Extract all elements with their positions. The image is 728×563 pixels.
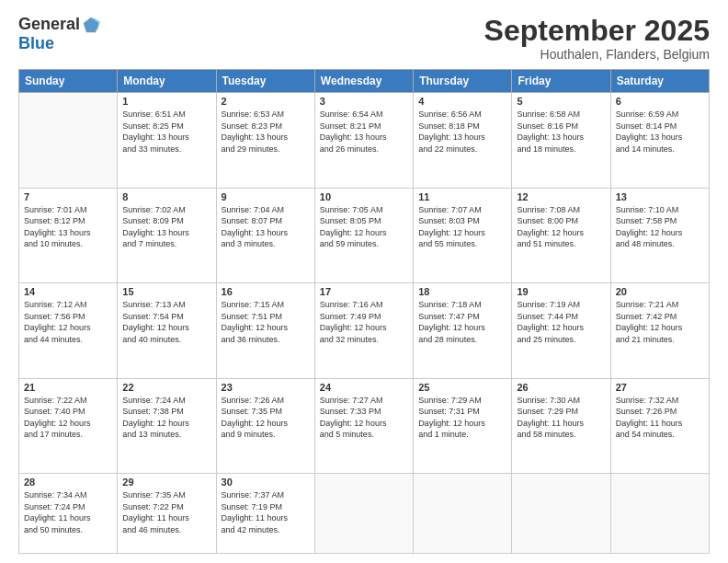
day-number: 27 bbox=[616, 382, 704, 393]
header: General Blue September 2025 Houthalen, F… bbox=[18, 15, 710, 62]
day-info: Sunrise: 7:24 AM Sunset: 7:38 PM Dayligh… bbox=[122, 395, 210, 441]
day-number: 10 bbox=[320, 191, 408, 202]
table-row: 2Sunrise: 6:53 AM Sunset: 8:23 PM Daylig… bbox=[216, 93, 314, 188]
day-number: 23 bbox=[222, 382, 310, 393]
table-row: 21Sunrise: 7:22 AM Sunset: 7:40 PM Dayli… bbox=[19, 378, 118, 473]
day-number: 24 bbox=[320, 382, 408, 393]
table-row: 26Sunrise: 7:30 AM Sunset: 7:29 PM Dayli… bbox=[512, 378, 610, 473]
day-info: Sunrise: 7:05 AM Sunset: 8:05 PM Dayligh… bbox=[320, 204, 408, 250]
col-monday: Monday bbox=[118, 70, 216, 93]
table-row: 25Sunrise: 7:29 AM Sunset: 7:31 PM Dayli… bbox=[414, 378, 512, 473]
logo-blue: Blue bbox=[18, 34, 54, 53]
day-info: Sunrise: 7:35 AM Sunset: 7:22 PM Dayligh… bbox=[122, 489, 210, 535]
table-row: 4Sunrise: 6:56 AM Sunset: 8:18 PM Daylig… bbox=[414, 93, 512, 188]
table-row: 30Sunrise: 7:37 AM Sunset: 7:19 PM Dayli… bbox=[216, 474, 314, 554]
table-row: 8Sunrise: 7:02 AM Sunset: 8:09 PM Daylig… bbox=[118, 188, 216, 282]
table-row: 22Sunrise: 7:24 AM Sunset: 7:38 PM Dayli… bbox=[118, 378, 216, 473]
table-row: 9Sunrise: 7:04 AM Sunset: 8:07 PM Daylig… bbox=[216, 188, 314, 282]
day-number: 2 bbox=[222, 96, 310, 107]
logo-icon bbox=[82, 16, 100, 34]
day-info: Sunrise: 7:34 AM Sunset: 7:24 PM Dayligh… bbox=[24, 489, 112, 535]
table-row: 14Sunrise: 7:12 AM Sunset: 7:56 PM Dayli… bbox=[19, 283, 118, 378]
subtitle: Houthalen, Flanders, Belgium bbox=[484, 47, 710, 62]
day-number: 9 bbox=[222, 191, 310, 202]
calendar-week-5: 28Sunrise: 7:34 AM Sunset: 7:24 PM Dayli… bbox=[19, 474, 710, 554]
day-number: 18 bbox=[418, 286, 506, 297]
day-number: 5 bbox=[517, 96, 605, 107]
table-row: 17Sunrise: 7:16 AM Sunset: 7:49 PM Dayli… bbox=[314, 283, 413, 378]
table-row: 29Sunrise: 7:35 AM Sunset: 7:22 PM Dayli… bbox=[118, 474, 216, 554]
table-row: 16Sunrise: 7:15 AM Sunset: 7:51 PM Dayli… bbox=[216, 283, 314, 378]
day-info: Sunrise: 7:19 AM Sunset: 7:44 PM Dayligh… bbox=[517, 299, 605, 345]
day-number: 14 bbox=[24, 286, 112, 297]
day-number: 13 bbox=[616, 191, 704, 202]
col-tuesday: Tuesday bbox=[216, 70, 314, 93]
day-info: Sunrise: 6:54 AM Sunset: 8:21 PM Dayligh… bbox=[320, 109, 408, 155]
day-number: 6 bbox=[616, 96, 704, 107]
title-block: September 2025 Houthalen, Flanders, Belg… bbox=[484, 15, 710, 62]
day-info: Sunrise: 7:32 AM Sunset: 7:26 PM Dayligh… bbox=[616, 395, 704, 441]
day-info: Sunrise: 7:04 AM Sunset: 8:07 PM Dayligh… bbox=[222, 204, 310, 250]
day-info: Sunrise: 7:12 AM Sunset: 7:56 PM Dayligh… bbox=[24, 299, 112, 345]
table-row: 11Sunrise: 7:07 AM Sunset: 8:03 PM Dayli… bbox=[414, 188, 512, 282]
day-info: Sunrise: 7:29 AM Sunset: 7:31 PM Dayligh… bbox=[418, 395, 506, 441]
table-row: 23Sunrise: 7:26 AM Sunset: 7:35 PM Dayli… bbox=[216, 378, 314, 473]
day-number: 8 bbox=[122, 191, 210, 202]
col-saturday: Saturday bbox=[610, 70, 709, 93]
logo: General Blue bbox=[18, 15, 100, 53]
table-row: 12Sunrise: 7:08 AM Sunset: 8:00 PM Dayli… bbox=[512, 188, 610, 282]
table-row: 1Sunrise: 6:51 AM Sunset: 8:25 PM Daylig… bbox=[118, 93, 216, 188]
day-info: Sunrise: 7:10 AM Sunset: 7:58 PM Dayligh… bbox=[616, 204, 704, 250]
day-number: 4 bbox=[418, 96, 506, 107]
day-info: Sunrise: 7:26 AM Sunset: 7:35 PM Dayligh… bbox=[222, 395, 310, 441]
day-info: Sunrise: 7:08 AM Sunset: 8:00 PM Dayligh… bbox=[517, 204, 605, 250]
table-row bbox=[414, 474, 512, 554]
day-number: 15 bbox=[122, 286, 210, 297]
day-info: Sunrise: 7:16 AM Sunset: 7:49 PM Dayligh… bbox=[320, 299, 408, 345]
day-number: 28 bbox=[24, 477, 112, 488]
day-info: Sunrise: 7:37 AM Sunset: 7:19 PM Dayligh… bbox=[222, 489, 310, 535]
day-info: Sunrise: 7:02 AM Sunset: 8:09 PM Dayligh… bbox=[122, 204, 210, 250]
col-thursday: Thursday bbox=[414, 70, 512, 93]
table-row: 13Sunrise: 7:10 AM Sunset: 7:58 PM Dayli… bbox=[610, 188, 709, 282]
table-row: 15Sunrise: 7:13 AM Sunset: 7:54 PM Dayli… bbox=[118, 283, 216, 378]
day-info: Sunrise: 7:15 AM Sunset: 7:51 PM Dayligh… bbox=[222, 299, 310, 345]
col-wednesday: Wednesday bbox=[314, 70, 413, 93]
day-number: 17 bbox=[320, 286, 408, 297]
day-info: Sunrise: 7:22 AM Sunset: 7:40 PM Dayligh… bbox=[24, 395, 112, 441]
day-number: 3 bbox=[320, 96, 408, 107]
calendar: Sunday Monday Tuesday Wednesday Thursday… bbox=[18, 69, 710, 554]
day-number: 30 bbox=[222, 477, 310, 488]
table-row: 24Sunrise: 7:27 AM Sunset: 7:33 PM Dayli… bbox=[314, 378, 413, 473]
logo-general: General bbox=[18, 15, 80, 34]
calendar-week-3: 14Sunrise: 7:12 AM Sunset: 7:56 PM Dayli… bbox=[19, 283, 710, 378]
col-friday: Friday bbox=[512, 70, 610, 93]
table-row bbox=[512, 474, 610, 554]
calendar-week-1: 1Sunrise: 6:51 AM Sunset: 8:25 PM Daylig… bbox=[19, 93, 710, 188]
table-row: 10Sunrise: 7:05 AM Sunset: 8:05 PM Dayli… bbox=[314, 188, 413, 282]
table-row bbox=[19, 93, 118, 188]
table-row: 19Sunrise: 7:19 AM Sunset: 7:44 PM Dayli… bbox=[512, 283, 610, 378]
table-row: 20Sunrise: 7:21 AM Sunset: 7:42 PM Dayli… bbox=[610, 283, 709, 378]
day-number: 20 bbox=[616, 286, 704, 297]
calendar-week-4: 21Sunrise: 7:22 AM Sunset: 7:40 PM Dayli… bbox=[19, 378, 710, 473]
day-number: 25 bbox=[418, 382, 506, 393]
day-info: Sunrise: 7:13 AM Sunset: 7:54 PM Dayligh… bbox=[122, 299, 210, 345]
col-sunday: Sunday bbox=[19, 70, 118, 93]
table-row: 3Sunrise: 6:54 AM Sunset: 8:21 PM Daylig… bbox=[314, 93, 413, 188]
day-info: Sunrise: 6:58 AM Sunset: 8:16 PM Dayligh… bbox=[517, 109, 605, 155]
day-number: 21 bbox=[24, 382, 112, 393]
day-number: 22 bbox=[122, 382, 210, 393]
header-row: Sunday Monday Tuesday Wednesday Thursday… bbox=[19, 70, 710, 93]
day-number: 26 bbox=[517, 382, 605, 393]
table-row: 28Sunrise: 7:34 AM Sunset: 7:24 PM Dayli… bbox=[19, 474, 118, 554]
day-info: Sunrise: 6:51 AM Sunset: 8:25 PM Dayligh… bbox=[122, 109, 210, 155]
table-row: 18Sunrise: 7:18 AM Sunset: 7:47 PM Dayli… bbox=[414, 283, 512, 378]
table-row: 6Sunrise: 6:59 AM Sunset: 8:14 PM Daylig… bbox=[610, 93, 709, 188]
day-number: 11 bbox=[418, 191, 506, 202]
day-number: 29 bbox=[122, 477, 210, 488]
table-row: 5Sunrise: 6:58 AM Sunset: 8:16 PM Daylig… bbox=[512, 93, 610, 188]
table-row bbox=[314, 474, 413, 554]
day-number: 7 bbox=[24, 191, 112, 202]
day-number: 12 bbox=[517, 191, 605, 202]
